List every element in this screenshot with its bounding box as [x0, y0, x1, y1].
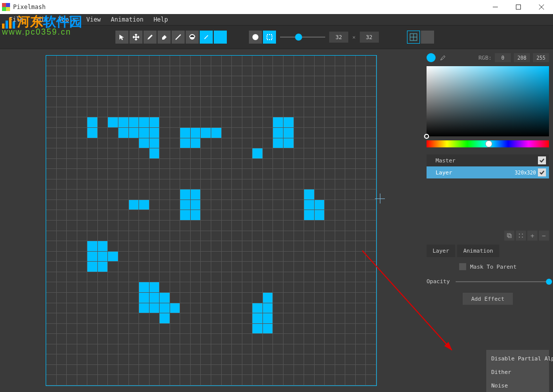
layer-master[interactable]: Master: [427, 154, 549, 166]
cursor-crosshair: [375, 193, 385, 204]
svg-rect-15: [267, 35, 272, 40]
svg-point-14: [253, 35, 258, 40]
svg-rect-1: [6, 3, 10, 7]
eyedropper-icon[interactable]: [439, 53, 448, 62]
panel-remove-button[interactable]: −: [539, 231, 549, 241]
select-tool[interactable]: [115, 31, 128, 44]
current-color-swatch[interactable]: [427, 53, 436, 62]
color-fill[interactable]: [214, 31, 227, 44]
layer-visible-selected[interactable]: [538, 168, 546, 176]
size-separator: ×: [352, 34, 356, 41]
layer-visible-master[interactable]: [538, 156, 546, 164]
tab-animation[interactable]: Animation: [457, 245, 499, 257]
rgb-g-input[interactable]: 208: [514, 53, 530, 62]
menu-animation[interactable]: Animation: [106, 14, 149, 25]
minimize-button[interactable]: [484, 0, 507, 14]
layer-selected[interactable]: Layer 320x320: [427, 166, 549, 178]
pencil-tool[interactable]: [144, 31, 157, 44]
svg-rect-5: [516, 5, 521, 10]
effect-noise[interactable]: Noise: [486, 379, 549, 392]
titlebar: Pixelmash: [0, 0, 553, 14]
svg-rect-20: [507, 234, 510, 237]
mask-to-parent-label: Mask To Parent: [470, 264, 517, 270]
canvas-area: [0, 49, 423, 392]
panel-grid-button[interactable]: [516, 231, 526, 241]
panel-copy-button[interactable]: [504, 231, 514, 241]
brush-size-slider[interactable]: [280, 37, 325, 38]
side-panel: RGB: 0 208 255 Master Layer 320x320: [423, 49, 553, 392]
effect-dither[interactable]: Dither: [486, 365, 549, 379]
bucket-tool[interactable]: [186, 31, 199, 44]
effect-disable-alpha[interactable]: Disable Partial Alpha: [486, 352, 549, 365]
brush-tool[interactable]: [200, 31, 213, 44]
svg-rect-2: [2, 7, 6, 11]
close-button[interactable]: [530, 0, 553, 14]
svg-rect-21: [508, 235, 511, 238]
add-effect-button[interactable]: Add Effect: [463, 293, 513, 305]
maximize-button[interactable]: [507, 0, 530, 14]
rgb-label: RGB:: [479, 55, 492, 61]
effects-dropdown: Disable Partial Alpha Dither Noise Color…: [486, 350, 549, 392]
menu-tools[interactable]: Tools: [53, 14, 81, 25]
svg-rect-3: [6, 7, 10, 11]
mask-to-parent-checkbox[interactable]: [459, 263, 466, 270]
line-tool[interactable]: [172, 31, 185, 44]
app-title: Pixelmash: [13, 4, 46, 11]
menu-file[interactable]: File: [4, 14, 29, 25]
toolbar: 32 × 32: [0, 25, 553, 49]
color-picker[interactable]: [427, 66, 549, 136]
layer-list: Master Layer 320x320: [427, 154, 549, 178]
grid-settings[interactable]: [421, 31, 434, 44]
opacity-label: Opacity: [427, 278, 450, 285]
opacity-slider[interactable]: [456, 281, 549, 282]
panel-add-button[interactable]: +: [527, 231, 537, 241]
eraser-tool[interactable]: [158, 31, 171, 44]
rgb-b-input[interactable]: 255: [533, 53, 549, 62]
app-icon: [2, 3, 10, 11]
menu-help[interactable]: Help: [149, 14, 173, 25]
grid-toggle[interactable]: [407, 31, 420, 44]
svg-rect-0: [2, 3, 6, 7]
tab-layer[interactable]: Layer: [427, 245, 455, 257]
hue-slider[interactable]: [427, 140, 549, 147]
move-tool[interactable]: [129, 31, 143, 44]
menu-edit[interactable]: Edit: [29, 14, 53, 25]
rgb-r-input[interactable]: 0: [495, 53, 511, 62]
canvas[interactable]: [46, 55, 377, 386]
svg-point-22: [519, 234, 520, 235]
svg-line-12: [176, 35, 181, 40]
canvas-width-input[interactable]: 32: [329, 32, 348, 43]
svg-point-24: [519, 237, 520, 238]
shape-square[interactable]: [263, 31, 276, 44]
svg-point-25: [522, 237, 523, 238]
canvas-height-input[interactable]: 32: [360, 32, 379, 43]
svg-point-23: [522, 234, 523, 235]
menu-view[interactable]: View: [81, 14, 106, 25]
menubar: File Edit Tools View Animation Help: [0, 14, 553, 25]
shape-circle[interactable]: [249, 31, 262, 44]
